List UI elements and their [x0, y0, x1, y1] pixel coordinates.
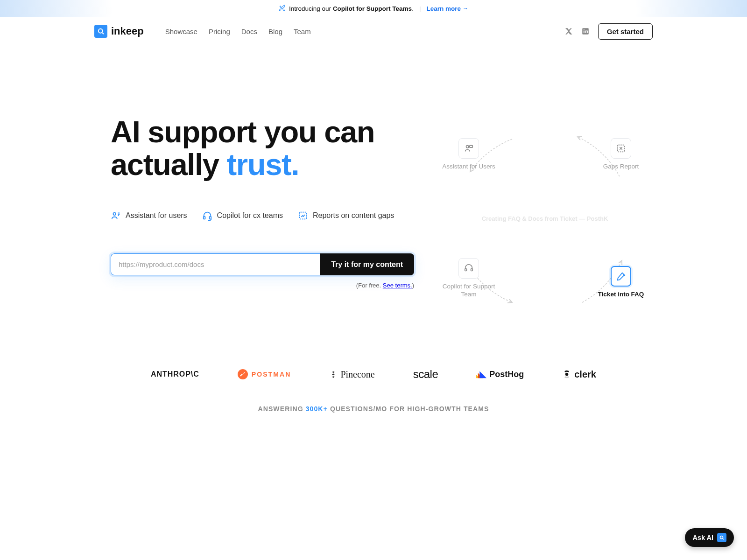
svg-rect-9 [470, 146, 472, 148]
svg-rect-11 [465, 269, 467, 271]
logo-postman-text: POSTMAN [252, 371, 291, 378]
logo-pinecone: Pinecone [329, 369, 374, 380]
logo-scale: scale [413, 368, 438, 381]
subnote-b: ) [412, 282, 414, 289]
logo-clerk-text: clerk [574, 369, 596, 380]
clerk-icon [562, 370, 571, 379]
logo-posthog-text: PostHog [489, 370, 524, 379]
docs-url-input[interactable] [111, 253, 320, 275]
nav-pricing[interactable]: Pricing [209, 28, 230, 35]
announce-divider: | [419, 5, 421, 12]
feature-a-label: Assistant for users [126, 211, 187, 220]
cycle-node-gaps: Gaps Report [591, 138, 651, 171]
nav-blog[interactable]: Blog [268, 28, 282, 35]
hero-cta: Try it for my content (For free. See ter… [111, 253, 414, 289]
svg-rect-5 [203, 217, 205, 219]
tagline-b: questions/mo for high-growth teams [328, 405, 489, 413]
cycle-node-ticket-faq: Ticket into FAQ [591, 266, 651, 299]
headline-line2a: actually [111, 147, 226, 182]
cycle-node-copilot: Copilot for Support Team [438, 258, 499, 299]
see-terms-link[interactable]: See terms. [383, 282, 412, 289]
ticket-faq-node-icon [611, 266, 631, 287]
headline-accent: trust. [226, 147, 299, 182]
try-content-button[interactable]: Try it for my content [320, 253, 414, 275]
copilot-node-icon [458, 258, 479, 279]
svg-rect-2 [584, 31, 585, 33]
announce-suffix: . [412, 5, 414, 12]
tagline-a: Answering [258, 405, 305, 413]
customer-logos: ANTHROP\C POSTMAN Pinecone scale PostHog… [117, 368, 630, 381]
headset-icon [202, 210, 212, 221]
hero-features: Assistant for users Copilot for cx teams… [111, 210, 414, 221]
cycle-node-assistant: Assistant for Users [438, 138, 499, 171]
hero-cycle-diagram: Creating FAQ & Docs from Ticket — PosthK… [442, 116, 648, 321]
cycle-bl-label: Copilot for Support Team [438, 282, 499, 299]
cycle-tl-label: Assistant for Users [438, 162, 499, 171]
announce-bold: Copilot for Support Teams [333, 5, 412, 12]
logo-anthropic: ANTHROP\C [151, 370, 199, 378]
brand-mark-icon [94, 25, 107, 38]
feature-gaps: Reports on content gaps [298, 210, 394, 221]
logo-postman: POSTMAN [238, 369, 291, 379]
hero-section: AI support you can actually trust. Assis… [96, 46, 651, 349]
svg-point-0 [99, 29, 103, 33]
get-started-button[interactable]: Get started [598, 23, 653, 40]
gaps-node-icon [611, 138, 631, 159]
hero-headline: AI support you can actually trust. [111, 116, 414, 181]
nav-showcase[interactable]: Showcase [165, 28, 197, 35]
announce-cta-label: Learn more [426, 5, 461, 12]
arrow-right-icon: → [463, 5, 468, 12]
site-header: inkeep Showcase Pricing Docs Blog Team G… [79, 17, 668, 46]
svg-point-4 [113, 213, 116, 216]
nav-team[interactable]: Team [294, 28, 311, 35]
svg-point-8 [466, 146, 469, 148]
svg-rect-6 [209, 217, 211, 219]
feature-b-label: Copilot for cx teams [217, 211, 283, 220]
cycle-br-label: Ticket into FAQ [591, 290, 651, 299]
tagline: Answering 300K+ questions/mo for high-gr… [0, 405, 747, 413]
logo-clerk: clerk [562, 369, 596, 380]
announce-learn-more-link[interactable]: Learn more → [426, 5, 468, 12]
logo-pinecone-text: Pinecone [340, 369, 374, 380]
subnote-a: (For free. [356, 282, 383, 289]
x-twitter-icon[interactable] [564, 27, 573, 35]
tagline-highlight: 300K+ [306, 405, 328, 413]
report-icon [298, 210, 308, 221]
svg-point-3 [584, 29, 585, 30]
nav-docs[interactable]: Docs [241, 28, 257, 35]
posthog-icon [476, 370, 486, 378]
announcement-bar[interactable]: Introducing our Copilot for Support Team… [0, 0, 747, 17]
svg-rect-12 [471, 269, 473, 271]
feature-copilot: Copilot for cx teams [202, 210, 283, 221]
cycle-tr-label: Gaps Report [591, 162, 651, 171]
cycle-center-text: Creating FAQ & Docs from Ticket — PosthK [475, 215, 615, 222]
assistant-node-icon [458, 138, 479, 159]
announce-prefix: Introducing our [289, 5, 333, 12]
headline-line1: AI support you can [111, 115, 374, 149]
feature-c-label: Reports on content gaps [313, 211, 394, 220]
feature-assistant: Assistant for users [111, 210, 187, 221]
cta-subnote: (For free. See terms.) [111, 282, 414, 289]
logo-posthog: PostHog [476, 370, 524, 379]
assistant-icon [111, 210, 121, 221]
postman-circle-icon [238, 369, 248, 379]
primary-nav: Showcase Pricing Docs Blog Team [165, 28, 311, 35]
brand-name: inkeep [111, 25, 144, 37]
svg-point-13 [565, 373, 569, 376]
rocket-icon [279, 5, 285, 13]
brand-logo[interactable]: inkeep [94, 25, 144, 38]
pinecone-icon [329, 370, 338, 378]
linkedin-icon[interactable] [581, 27, 590, 35]
